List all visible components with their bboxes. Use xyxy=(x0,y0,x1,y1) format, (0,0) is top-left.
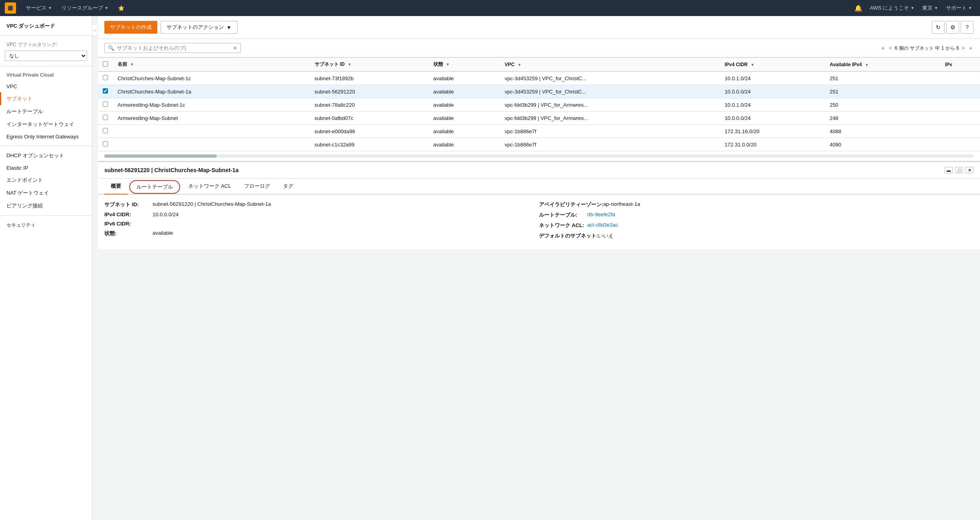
sidebar-collapse-button[interactable]: ‹ xyxy=(92,24,98,36)
row-subnet-id: subnet-78a8c220 xyxy=(310,98,429,112)
bookmarks-icon[interactable]: ⭐ xyxy=(115,4,128,13)
row-checkbox-cell[interactable] xyxy=(98,98,113,112)
panel-minimize-icon[interactable]: ▬ xyxy=(945,167,953,173)
detail-ipv6-cidr-row: IPv6 CIDR: xyxy=(104,221,539,227)
sidebar-item-peering[interactable]: ピアリング接続 xyxy=(0,199,92,212)
row-vpc: vpc-1b886e7f xyxy=(500,125,720,138)
svg-text:⬛: ⬛ xyxy=(8,5,13,11)
sidebar-item-route-tables[interactable]: ルートテーブル xyxy=(0,105,92,118)
col-status[interactable]: 状態 ▼ xyxy=(429,58,500,72)
table-row[interactable]: Armwrestling-Map-Subnet-1c subnet-78a8c2… xyxy=(98,98,980,112)
col-vpc[interactable]: VPC ▼ xyxy=(500,58,720,72)
toolbar-icon-group: ↻ ⚙ ? xyxy=(932,21,974,34)
settings-icon[interactable]: ⚙ xyxy=(946,21,959,34)
first-page-button[interactable]: « xyxy=(880,45,886,52)
panel-close-icon[interactable]: ✕ xyxy=(966,167,974,173)
detail-route-table-row: ルートテーブル: rtb-9eefe2fa xyxy=(539,211,974,219)
row-checkbox[interactable] xyxy=(103,75,108,80)
help-icon[interactable]: ? xyxy=(961,21,974,34)
scroll-track[interactable] xyxy=(104,154,974,158)
row-checkbox[interactable] xyxy=(103,88,108,93)
horizontal-scrollbar[interactable] xyxy=(98,151,980,161)
sidebar-item-endpoints[interactable]: エンドポイント xyxy=(0,174,92,187)
detail-content: サブネット ID: subnet-56291220 | ChristChurch… xyxy=(98,195,980,249)
table-row[interactable]: subnet-e000da96 available vpc-1b886e7f 1… xyxy=(98,125,980,138)
col-ipv4-cidr[interactable]: IPv4 CIDR ▼ xyxy=(720,58,825,72)
row-checkbox-cell[interactable] xyxy=(98,71,113,85)
row-checkbox[interactable] xyxy=(103,102,108,107)
detail-tabs: 概要 ルートテーブル ネットワーク ACL フローログ タグ xyxy=(98,179,980,195)
col-subnet-id[interactable]: サブネット ID ▼ xyxy=(310,58,429,72)
tab-network-acl[interactable]: ネットワーク ACL xyxy=(182,179,238,195)
detail-title: subnet-56291220 | ChristChurches-Map-Sub… xyxy=(98,162,980,179)
sidebar-item-internet-gateways[interactable]: インターネットゲートウェイ xyxy=(0,118,92,131)
col-name[interactable]: 名前 ▼ xyxy=(113,58,310,72)
create-subnet-button[interactable]: サブネットの作成 xyxy=(104,21,157,34)
notification-bell-icon[interactable]: 🔔 xyxy=(852,3,865,14)
table-row[interactable]: ChristChurches-Map-Subnet-1c subnet-73f1… xyxy=(98,71,980,85)
route-table-link[interactable]: rtb-9eefe2fa xyxy=(587,211,615,219)
row-status: available xyxy=(429,85,500,98)
subnet-actions-caret: ▼ xyxy=(226,24,232,30)
row-checkbox-cell[interactable] xyxy=(98,138,113,151)
clear-search-icon[interactable]: ✕ xyxy=(233,45,237,51)
tab-overview[interactable]: 概要 xyxy=(104,179,128,195)
support-menu[interactable]: サポート ▼ xyxy=(943,3,975,13)
scroll-thumb[interactable] xyxy=(104,154,217,158)
search-input[interactable] xyxy=(117,45,231,51)
sidebar-section-security: セキュリティ xyxy=(0,219,92,232)
prev-page-button[interactable]: < xyxy=(887,45,893,52)
panel-expand-icon[interactable]: ⬜ xyxy=(955,167,963,173)
select-all-checkbox-header[interactable] xyxy=(98,58,113,72)
resource-groups-menu[interactable]: リソースグループ ▼ xyxy=(58,3,112,13)
sidebar-item-dhcp[interactable]: DHCP オプションセット xyxy=(0,149,92,162)
sidebar-item-nat-gateway[interactable]: NAT ゲートウェイ xyxy=(0,187,92,199)
network-acl-link[interactable]: acl-c8d3e3ac xyxy=(587,222,618,229)
row-ipv xyxy=(940,71,980,85)
row-status: available xyxy=(429,98,500,112)
sidebar: VPC ダッシュボード VPC でフィルタリング: なし Virtual Pri… xyxy=(0,16,92,520)
table-row[interactable]: subnet-c1c32a99 available vpc-1b886e7f 1… xyxy=(98,138,980,151)
row-subnet-id: subnet-c1c32a99 xyxy=(310,138,429,151)
row-subnet-id: subnet-73f1892b xyxy=(310,71,429,85)
subnets-table: 名前 ▼ サブネット ID ▼ 状態 ▼ VPC ▼ IPv4 CIDR ▼ A… xyxy=(98,57,980,151)
row-checkbox-cell[interactable] xyxy=(98,112,113,125)
filter-bar: 🔍 ✕ « < 6 個の サブネット 中 1 から 6 > » xyxy=(98,39,980,57)
row-checkbox[interactable] xyxy=(103,115,108,120)
row-checkbox[interactable] xyxy=(103,128,108,133)
region-menu[interactable]: 東京 ▼ xyxy=(919,3,941,13)
col-ipv[interactable]: IPv xyxy=(940,58,980,72)
tab-route-table[interactable]: ルートテーブル xyxy=(129,180,180,194)
sidebar-item-egress-gateways[interactable]: Egress Only Internet Gateways xyxy=(0,131,92,142)
vpc-filter[interactable]: なし xyxy=(0,49,92,63)
last-page-button[interactable]: » xyxy=(968,45,974,52)
sidebar-item-elastic-ip[interactable]: Elastic IP xyxy=(0,162,92,174)
sidebar-item-virtual-private-cloud: Virtual Private Cloud xyxy=(0,69,92,81)
row-name: ChristChurches-Map-Subnet-1a xyxy=(113,85,310,98)
row-vpc: vpc-fdd3b299 | VPC_for_Armwres... xyxy=(500,112,720,125)
col-available-ipv4[interactable]: Available IPv4 ▼ xyxy=(825,58,940,72)
row-status: available xyxy=(429,71,500,85)
search-icon: 🔍 xyxy=(108,45,114,51)
table-row[interactable]: ChristChurches-Map-Subnet-1a subnet-5629… xyxy=(98,85,980,98)
select-all-checkbox[interactable] xyxy=(103,61,108,67)
services-menu[interactable]: サービス ▼ xyxy=(22,3,55,13)
row-checkbox[interactable] xyxy=(103,141,108,146)
vpc-filter-select[interactable]: なし xyxy=(5,51,87,61)
row-checkbox-cell[interactable] xyxy=(98,125,113,138)
next-page-button[interactable]: > xyxy=(960,45,966,52)
aws-welcome-menu[interactable]: AWS にようこそ ▼ xyxy=(866,3,917,13)
refresh-icon[interactable]: ↻ xyxy=(932,21,945,34)
table-row[interactable]: Armwrestling-Map-Subnet subnet-0afbd07c … xyxy=(98,112,980,125)
sidebar-item-vpc[interactable]: VPC xyxy=(0,81,92,92)
tab-tags[interactable]: タグ xyxy=(277,179,300,195)
row-vpc: vpc-1b886e7f xyxy=(500,138,720,151)
sidebar-item-subnets[interactable]: サブネット xyxy=(0,92,92,105)
row-available-ipv4: 250 xyxy=(825,98,940,112)
row-checkbox-cell[interactable] xyxy=(98,85,113,98)
tab-flow-logs[interactable]: フローログ xyxy=(238,179,277,195)
subnet-actions-button[interactable]: サブネットのアクション ▼ xyxy=(161,21,238,34)
search-box[interactable]: 🔍 ✕ xyxy=(104,43,241,53)
row-name xyxy=(113,125,310,138)
aws-logo: ⬛ xyxy=(5,2,16,14)
